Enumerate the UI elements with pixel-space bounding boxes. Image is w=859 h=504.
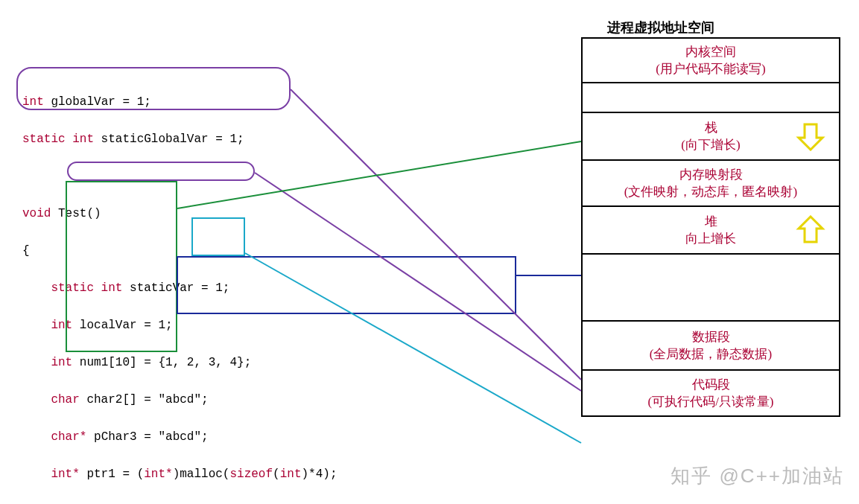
code-line: static int staticGlobalVar = 1; [22, 130, 387, 149]
mem-gap2 [582, 254, 840, 321]
highlight-string-literals [191, 217, 245, 256]
keyword: sizeof [229, 468, 273, 481]
arrow-up-icon [796, 215, 825, 245]
keyword: int [51, 356, 72, 369]
mem-row-label: 内核空间 [685, 45, 736, 59]
mem-row-label: 内存映射段 [679, 168, 743, 182]
memory-layout-title: 进程虚拟地址空间 [607, 19, 714, 36]
indent [22, 430, 51, 444]
mem-row-label: 数据段 [692, 330, 730, 344]
code-text: )*4); [301, 468, 337, 481]
mem-row-label: 栈 [705, 121, 717, 135]
mem-row-label: 堆 [705, 214, 717, 229]
highlight-globals [16, 67, 291, 110]
mem-mmap: 内存映射段 (文件映射，动态库，匿名映射) [582, 160, 840, 206]
indent [22, 281, 51, 295]
code-text: { [22, 244, 30, 258]
mem-code: 代码段 (可执行代码/只读常量) [582, 370, 840, 416]
code-text: char2[] = "abcd"; [80, 393, 209, 406]
highlight-local-block [66, 181, 177, 352]
highlight-heap-calls [177, 256, 516, 314]
mem-data: 数据段 (全局数据，静态数据) [582, 321, 840, 370]
memory-layout-table: 内核空间 (用户代码不能读写) 栈 (向下增长) 内存映射段 (文件映射，动态库… [581, 37, 840, 417]
keyword: int* [51, 468, 79, 481]
code-line: char* pChar3 = "abcd"; [22, 428, 387, 447]
mem-row-sub: (用户代码不能读写) [656, 62, 765, 76]
indent [22, 356, 51, 369]
mem-row-label: 代码段 [692, 377, 730, 392]
code-line: int* ptr1 = (int*)malloc(sizeof(int)*4); [22, 465, 387, 484]
watermark: 知乎 @C++加油站 [671, 463, 844, 489]
keyword: int* [144, 468, 172, 481]
mem-row-sub: (全局数据，静态数据) [650, 347, 772, 361]
code-text: staticGlobalVar = 1; [94, 133, 244, 146]
keyword: char [51, 393, 79, 406]
keyword: int [280, 468, 302, 481]
mem-stack: 栈 (向下增长) [582, 112, 840, 160]
mem-gap1 [582, 83, 840, 112]
indent [22, 319, 51, 332]
mem-row-sub: 向上增长 [685, 232, 736, 246]
code-text: num1[10] = {1, 2, 3, 4}; [72, 356, 251, 369]
code-text: ( [273, 468, 280, 481]
code-line: int num1[10] = {1, 2, 3, 4}; [22, 354, 387, 372]
code-text: )malloc( [173, 468, 230, 481]
mem-row-sub: (向下增长) [681, 138, 740, 152]
highlight-static-var [67, 162, 255, 181]
mem-row-sub: (可执行代码/只读常量) [647, 395, 773, 409]
indent [22, 468, 51, 481]
keyword: void [22, 207, 51, 220]
code-line: char char2[] = "abcd"; [22, 391, 387, 409]
mem-kernel: 内核空间 (用户代码不能读写) [582, 38, 840, 83]
mem-heap: 堆 向上增长 [582, 206, 840, 254]
code-text: ptr1 = ( [80, 468, 144, 481]
keyword: char* [51, 430, 86, 444]
keyword: static int [22, 133, 94, 146]
code-text: pChar3 = "abcd"; [86, 430, 208, 444]
indent [22, 393, 51, 406]
arrow-down-icon [796, 121, 825, 151]
mem-row-sub: (文件映射，动态库，匿名映射) [624, 185, 797, 199]
